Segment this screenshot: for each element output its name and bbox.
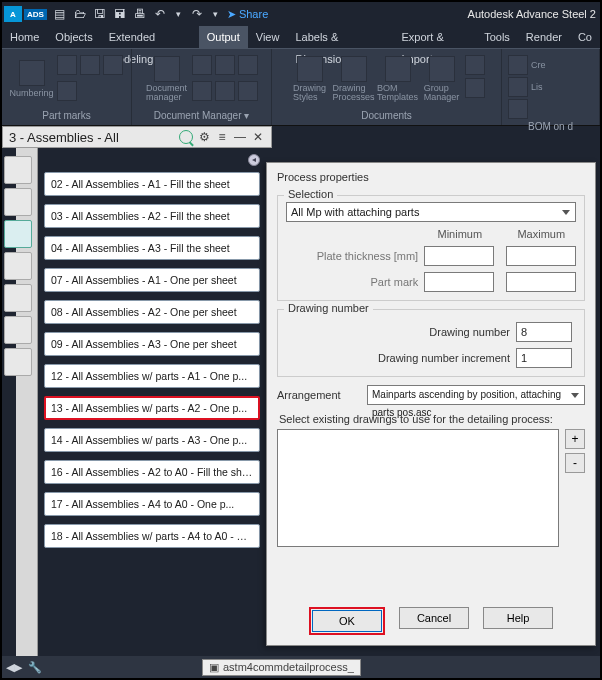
list-item[interactable]: 09 - All Assemblies - A3 - One per sheet (44, 332, 260, 356)
new-icon[interactable]: ▤ (53, 7, 67, 21)
ribbon-small-button[interactable] (508, 99, 528, 119)
search-icon[interactable] (179, 130, 193, 144)
minimum-header: Minimum (425, 228, 495, 240)
list-item[interactable]: 08 - All Assemblies - A2 - One per sheet (44, 300, 260, 324)
save-icon[interactable]: 🖫 (93, 7, 107, 21)
close-icon[interactable]: ✕ (251, 130, 265, 144)
list-item[interactable]: 14 - All Assemblies w/ parts - A3 - One … (44, 428, 260, 452)
ribbon-small-button[interactable] (103, 55, 123, 75)
command-text: astm4commdetailprocess_ (223, 661, 354, 673)
drawing-increment-label: Drawing number increment (286, 352, 516, 364)
list-item[interactable]: 02 - All Assemblies - A1 - Fill the shee… (44, 172, 260, 196)
list-item[interactable]: 12 - All Assemblies w/ parts - A1 - One … (44, 364, 260, 388)
status-chevron-left-icon[interactable]: ◀ (6, 661, 14, 674)
ribbon-group-bom: Cre Lis BOM on d (502, 49, 600, 125)
plate-min-input[interactable] (424, 246, 494, 266)
quick-access-toolbar: ▤ 🗁 🖫 🖬 🖶 ↶ ▾ ↷ ▾ (53, 7, 221, 21)
tab-view[interactable]: View (248, 26, 288, 48)
drawing-increment-input[interactable] (516, 348, 572, 368)
selection-combo[interactable]: All Mp with attaching parts (286, 202, 576, 222)
arrangement-combo[interactable]: Mainparts ascending by position, attachi… (367, 385, 585, 405)
list-item[interactable]: 03 - All Assemblies - A2 - Fill the shee… (44, 204, 260, 228)
strip-icon-5[interactable] (4, 284, 32, 312)
list-item[interactable]: 07 - All Assemblies - A1 - One per sheet (44, 268, 260, 292)
tab-extended-modeling[interactable]: Extended Modeling (101, 26, 199, 48)
redo-icon[interactable]: ↷ (190, 7, 204, 21)
chevron-down-icon[interactable]: ▾ (176, 9, 181, 19)
saveas-icon[interactable]: 🖬 (113, 7, 127, 21)
ribbon-small-button[interactable] (508, 77, 528, 97)
strip-icon-2[interactable] (4, 188, 32, 216)
ribbon-small-button[interactable] (215, 55, 235, 75)
ribbon-group-documents: Drawing Styles Drawing Processes BOM Tem… (272, 49, 502, 125)
list-item[interactable]: 04 - All Assemblies - A3 - Fill the shee… (44, 236, 260, 260)
drawing-number-input[interactable] (516, 322, 572, 342)
plate-max-input[interactable] (506, 246, 576, 266)
document-manager-button[interactable]: Document manager (146, 55, 188, 103)
ribbon-small-button[interactable] (80, 55, 100, 75)
numbering-button[interactable]: Numbering (11, 55, 53, 103)
ok-button[interactable]: OK (312, 610, 382, 632)
ribbon-group-label: BOM on d (508, 119, 593, 134)
add-button[interactable]: + (565, 429, 585, 449)
ribbon-small-button[interactable] (238, 55, 258, 75)
existing-drawings-listbox[interactable] (277, 429, 559, 547)
strip-icon-6[interactable] (4, 316, 32, 344)
undo-icon[interactable]: ↶ (153, 7, 167, 21)
docmgr-label: Document manager (146, 84, 187, 102)
list-item-selected[interactable]: 13 - All Assemblies w/ parts - A2 - One … (44, 396, 260, 420)
list-item[interactable]: 18 - All Assemblies w/ parts - A4 to A0 … (44, 524, 260, 548)
tab-render[interactable]: Render (518, 26, 570, 48)
numbering-label: Numbering (9, 88, 53, 98)
tab-output[interactable]: Output (199, 26, 248, 48)
command-tab[interactable]: ▣ astm4commdetailprocess_ (202, 659, 361, 676)
tab-collab[interactable]: Co (570, 26, 600, 48)
list-item[interactable]: 17 - All Assemblies - A4 to A0 - One p..… (44, 492, 260, 516)
terminal-icon: ▣ (209, 661, 219, 674)
ribbon-small-button[interactable] (465, 78, 485, 98)
group-manager-button[interactable]: Group Manager (421, 55, 463, 103)
open-icon[interactable]: 🗁 (73, 7, 87, 21)
tab-tools[interactable]: Tools (476, 26, 518, 48)
share-button[interactable]: ➤ Share (227, 8, 268, 21)
ribbon-small-button[interactable] (192, 81, 212, 101)
remove-button[interactable]: - (565, 453, 585, 473)
print-icon[interactable]: 🖶 (133, 7, 147, 21)
menubar: Home Objects Extended Modeling Output Vi… (2, 26, 600, 48)
help-button[interactable]: Help (483, 607, 553, 629)
ribbon-small-button[interactable] (192, 55, 212, 75)
ribbon-small-button[interactable] (57, 81, 77, 101)
gear-icon[interactable]: ⚙ (197, 130, 211, 144)
ribbon-small-button[interactable] (57, 55, 77, 75)
ribbon: Numbering Part marks Document manager (2, 48, 600, 126)
ok-highlight: OK (309, 607, 385, 635)
chevron-down-icon[interactable]: ▾ (213, 9, 218, 19)
strip-icon-4[interactable] (4, 252, 32, 280)
drawing-styles-button[interactable]: Drawing Styles (289, 55, 331, 103)
app-icon[interactable]: A (4, 6, 22, 22)
minimize-icon[interactable]: — (233, 130, 247, 144)
strip-icon-7[interactable] (4, 348, 32, 376)
status-chevron-right-icon[interactable]: ▶ (14, 661, 22, 674)
tab-objects[interactable]: Objects (47, 26, 100, 48)
strip-icon-1[interactable] (4, 156, 32, 184)
collapse-knob-icon[interactable]: ◂ (248, 154, 260, 166)
panel-menu-icon[interactable]: ≡ (215, 130, 229, 144)
ribbon-small-button[interactable] (465, 55, 485, 75)
bom-templates-button[interactable]: BOM Templates (377, 55, 419, 103)
strip-icon-3[interactable] (4, 220, 32, 248)
panel-header: 3 - Assemblies - All ⚙ ≡ — ✕ (2, 126, 272, 148)
cancel-button[interactable]: Cancel (399, 607, 469, 629)
drawing-processes-button[interactable]: Drawing Processes (333, 55, 375, 103)
ds-label: Drawing Styles (293, 84, 326, 102)
tab-export-import[interactable]: Export & Import (394, 26, 477, 48)
tab-labels-dimensions[interactable]: Labels & Dimensions (287, 26, 393, 48)
ribbon-small-button[interactable] (238, 81, 258, 101)
ribbon-small-button[interactable] (215, 81, 235, 101)
partmark-min-input[interactable] (424, 272, 494, 292)
tab-home[interactable]: Home (2, 26, 47, 48)
list-item[interactable]: 16 - All Assemblies - A2 to A0 - Fill th… (44, 460, 260, 484)
ribbon-small-button[interactable] (508, 55, 528, 75)
partmark-max-input[interactable] (506, 272, 576, 292)
wrench-icon[interactable]: 🔧 (28, 661, 42, 674)
